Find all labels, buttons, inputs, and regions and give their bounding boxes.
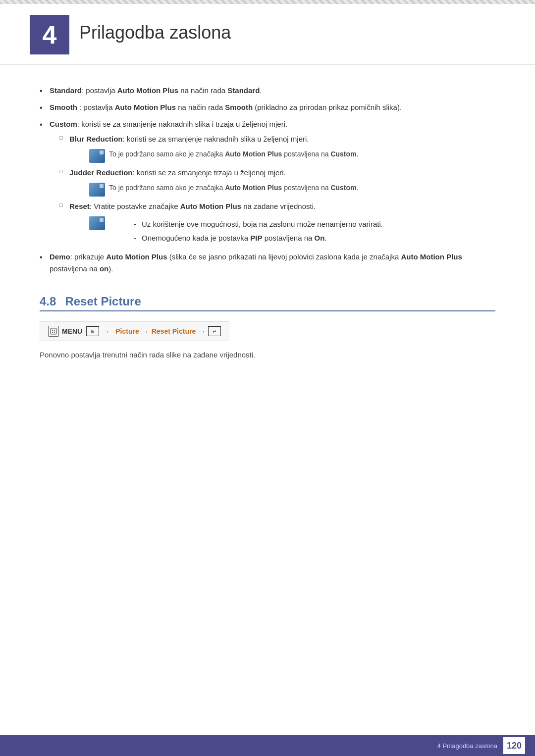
top-stripe	[0, 0, 535, 4]
amp-note-2: Auto Motion Plus	[225, 184, 282, 192]
dash-item-1: Uz korištenje ove mogućnosti, boja na za…	[134, 218, 383, 230]
svg-rect-3	[54, 330, 55, 331]
list-item-demo: Demo: prikazuje Auto Motion Plus (slika …	[40, 251, 495, 275]
list-item-smooth: Smooth : postavlja Auto Motion Plus na n…	[40, 101, 495, 113]
reset-picture-item: Reset Picture	[152, 327, 196, 335]
blur-label: Blur Reduction	[69, 135, 123, 143]
sub-item-blur: Blur Reduction: koristi se za smanjenje …	[59, 133, 495, 163]
note-icon-1	[89, 149, 105, 163]
footer: 4 Prilagodba zaslona 120	[0, 735, 535, 756]
standard-mode: Standard	[227, 86, 260, 95]
footer-chapter-text: 4 Prilagodba zaslona	[437, 742, 497, 750]
svg-rect-1	[52, 330, 53, 331]
list-item-custom: Custom: koristi se za smanjenje naknadni…	[40, 118, 495, 246]
svg-rect-4	[54, 332, 55, 333]
note-icon-3	[89, 216, 105, 230]
chapter-header: 4 Prilagodba zaslona	[0, 0, 535, 65]
menu-label: MENU	[62, 327, 82, 335]
smooth-mode: Smooth	[225, 103, 253, 111]
menu-path-box: MENU ⊞ → Picture → Reset Picture → ↵	[40, 321, 229, 341]
arrow-2: →	[142, 328, 149, 335]
picture-item: Picture	[115, 327, 139, 335]
on-label: On	[315, 234, 325, 242]
amp-demo: Auto Motion Plus	[106, 252, 167, 261]
arrow-1: →	[103, 328, 109, 335]
section-number: 4.8	[40, 295, 56, 308]
menu-box: ⊞	[86, 326, 99, 336]
amp-note-1: Auto Motion Plus	[225, 150, 282, 158]
chapter-title: Prilagodba zaslona	[79, 15, 231, 43]
demo-label: Demo	[50, 252, 70, 261]
svg-rect-0	[51, 328, 56, 334]
custom-label: Custom	[50, 120, 77, 128]
amp-label-1: Auto Motion Plus	[117, 86, 178, 95]
on-demo: on	[100, 264, 108, 273]
amp-note-3: Auto Motion Plus	[180, 202, 241, 210]
note-icon-2	[89, 183, 105, 197]
smooth-label: Smooth	[50, 103, 77, 111]
svg-rect-2	[52, 332, 53, 333]
dash-item-2: Onemogućeno kada je postavka PIP postavl…	[134, 232, 383, 244]
custom-sub-list: Blur Reduction: koristi se za smanjenje …	[59, 133, 495, 246]
section-description: Ponovno postavlja trenutni način rada sl…	[40, 349, 495, 361]
amp-demo-2: Auto Motion Plus	[401, 252, 462, 261]
list-item-standard: Standard: postavlja Auto Motion Plus na …	[40, 85, 495, 97]
arrow-3: →	[199, 328, 205, 335]
amp-label-2: Auto Motion Plus	[115, 103, 176, 111]
main-bullet-list: Standard: postavlja Auto Motion Plus na …	[40, 85, 495, 275]
judder-label: Judder Reduction	[69, 168, 133, 177]
section-4-8-heading: 4.8 Reset Picture	[40, 295, 495, 311]
reset-note: Uz korištenje ove mogućnosti, boja na za…	[89, 216, 495, 246]
judder-note: To je podržano samo ako je značajka Auto…	[89, 183, 495, 197]
custom-note-1: Custom	[330, 150, 356, 158]
footer-page-number: 120	[503, 737, 525, 754]
sub-item-reset: Reset: Vratite postavke značajke Auto Mo…	[59, 201, 495, 246]
custom-note-2: Custom	[330, 184, 356, 192]
chapter-number: 4	[30, 15, 69, 54]
sub-item-judder: Judder Reduction: koristi se za smanjenj…	[59, 167, 495, 197]
main-content: Standard: postavlja Auto Motion Plus na …	[0, 70, 535, 391]
reset-label: Reset	[69, 202, 90, 210]
standard-label: Standard	[50, 86, 82, 95]
enter-icon: ↵	[208, 326, 221, 336]
section-title: Reset Picture	[65, 295, 141, 308]
blur-note: To je podržano samo ako je značajka Auto…	[89, 149, 495, 163]
menu-icon	[48, 326, 59, 337]
remote-icon	[50, 328, 57, 335]
reset-dash-list: Uz korištenje ove mogućnosti, boja na za…	[134, 218, 383, 244]
pip-label: PIP	[250, 234, 262, 242]
